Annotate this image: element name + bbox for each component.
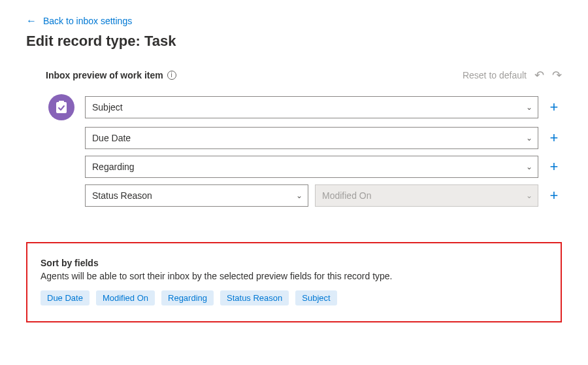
sort-tags: Due Date Modified On Regarding Status Re… xyxy=(41,290,547,305)
preview-section-label: Inbox preview of work item i xyxy=(46,70,176,80)
add-field-button-row-4[interactable]: + xyxy=(546,188,562,203)
sort-tag[interactable]: Modified On xyxy=(96,290,155,305)
field-select-value: Modified On xyxy=(322,190,371,201)
sort-description: Agents will be able to sort their inbox … xyxy=(41,271,547,281)
sort-title: Sort by fields xyxy=(41,258,547,268)
field-select-row-2[interactable]: Due Date ⌄ xyxy=(85,127,538,149)
sort-tag[interactable]: Subject xyxy=(295,290,336,305)
preview-row-1: Subject ⌄ + xyxy=(46,94,562,120)
back-to-inbox-settings-link[interactable]: ← Back to inbox settings xyxy=(26,16,132,26)
redo-icon[interactable]: ↷ xyxy=(552,68,562,82)
field-select-value: Due Date xyxy=(92,133,131,143)
chevron-down-icon: ⌄ xyxy=(296,191,302,200)
undo-icon[interactable]: ↶ xyxy=(534,68,544,82)
chevron-down-icon: ⌄ xyxy=(526,103,532,112)
reset-to-default-button[interactable]: Reset to default xyxy=(463,70,527,80)
preview-row-4: Status Reason ⌄ Modified On ⌄ + xyxy=(46,184,562,207)
svg-rect-1 xyxy=(59,101,64,103)
page-title: Edit record type: Task xyxy=(26,33,562,50)
svg-rect-0 xyxy=(56,102,67,113)
sort-by-fields-panel: Sort by fields Agents will be able to so… xyxy=(26,242,562,322)
arrow-left-icon: ← xyxy=(26,16,37,26)
field-select-row-4b-disabled: Modified On ⌄ xyxy=(315,184,538,207)
preview-row-3: Regarding ⌄ + xyxy=(46,156,562,178)
sort-tag[interactable]: Status Reason xyxy=(220,290,289,305)
preview-row-2: Due Date ⌄ + xyxy=(46,127,562,149)
back-link-label: Back to inbox settings xyxy=(43,16,132,26)
field-select-value: Status Reason xyxy=(92,190,152,201)
field-select-value: Regarding xyxy=(92,162,135,172)
preview-label-text: Inbox preview of work item xyxy=(46,70,163,80)
record-avatar-icon xyxy=(48,94,74,120)
field-select-row-4a[interactable]: Status Reason ⌄ xyxy=(85,184,308,207)
preview-row-4-split: Status Reason ⌄ Modified On ⌄ xyxy=(85,184,538,207)
chevron-down-icon: ⌄ xyxy=(526,191,532,200)
chevron-down-icon: ⌄ xyxy=(526,162,532,171)
preview-header: Inbox preview of work item i Reset to de… xyxy=(26,68,562,82)
sort-tag[interactable]: Due Date xyxy=(41,290,90,305)
field-select-row-1[interactable]: Subject ⌄ xyxy=(85,96,538,118)
add-field-button-row-1[interactable]: + xyxy=(546,99,562,115)
field-select-value: Subject xyxy=(92,102,123,113)
preview-actions: Reset to default ↶ ↷ xyxy=(463,68,562,82)
field-select-row-3[interactable]: Regarding ⌄ xyxy=(85,156,538,178)
add-field-button-row-3[interactable]: + xyxy=(546,159,562,175)
add-field-button-row-2[interactable]: + xyxy=(546,130,562,146)
info-icon[interactable]: i xyxy=(167,71,176,80)
chevron-down-icon: ⌄ xyxy=(526,133,532,143)
preview-field-rows: Subject ⌄ + Due Date ⌄ + Regarding ⌄ + S… xyxy=(26,94,562,207)
sort-tag[interactable]: Regarding xyxy=(161,290,214,305)
